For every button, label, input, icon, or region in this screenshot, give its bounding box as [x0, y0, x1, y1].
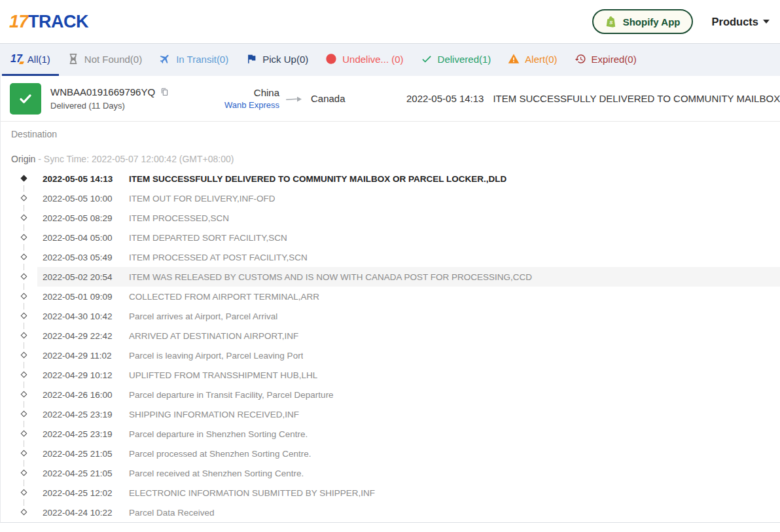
destination-section-label: Destination [1, 128, 780, 140]
timeline-event-row: 2022-04-30 10:42 Parcel arrives at Airpo… [1, 306, 780, 326]
timeline-marker [1, 503, 37, 522]
event-description: SHIPPING INFORMATION RECEIVED,INF [129, 410, 299, 419]
event-datetime: 2022-04-26 16:00 [43, 390, 129, 400]
event-description: ITEM OUT FOR DELIVERY,INF-OFD [129, 194, 275, 204]
diamond-icon [21, 332, 27, 339]
diamond-icon [21, 215, 27, 221]
event-description: ARRIVED AT DESTINATION AIRPORT,INF [129, 331, 298, 341]
header: 17TRACK S Shopify App Products [0, 0, 780, 43]
event-description: COLLECTED FROM AIRPORT TERMINAL,ARR [129, 292, 319, 302]
timeline-marker [1, 385, 37, 404]
event-description: Parcel departure in Transit Facility, Pa… [129, 390, 334, 400]
sync-time: - Sync Time: 2022-05-07 12:00:42 (GMT+08… [38, 154, 234, 164]
products-menu[interactable]: Products [709, 12, 772, 32]
shopify-app-label: Shopify App [623, 16, 681, 27]
timeline-event-row: 2022-05-04 05:00 ITEM DEPARTED SORT FACI… [1, 228, 780, 247]
diamond-icon [21, 431, 27, 437]
package-status: Delivered (11 Days) [50, 101, 214, 111]
latest-event-text: ITEM SUCCESSFULLY DELIVERED TO COMMUNITY… [493, 93, 780, 104]
chevron-down-icon [763, 20, 770, 24]
history-icon [575, 53, 586, 65]
tab-in-transit[interactable]: In Transit(0) [151, 44, 237, 76]
event-datetime: 2022-04-25 23:19 [43, 429, 129, 439]
diamond-icon [21, 293, 27, 300]
diamond-icon [21, 234, 27, 241]
shopify-app-button[interactable]: S Shopify App [592, 9, 694, 34]
timeline-event-row: 2022-05-05 10:00 ITEM OUT FOR DELIVERY,I… [1, 188, 780, 208]
tab-label: Alert(0) [525, 54, 557, 65]
event-datetime: 2022-05-04 05:00 [43, 233, 129, 243]
diamond-icon [21, 254, 27, 260]
timeline-marker [1, 404, 37, 424]
event-description: ITEM DEPARTED SORT FACILITY,SCN [129, 233, 287, 243]
timeline-event-row: 2022-05-03 05:49 ITEM PROCESSED AT POST … [1, 247, 780, 267]
event-datetime: 2022-05-05 14:13 [43, 174, 129, 184]
latest-event: 2022-05-05 14:13 ITEM SUCCESSFULLY DELIV… [406, 93, 780, 104]
timeline-marker [1, 306, 37, 326]
tab-pick-up[interactable]: Pick Up(0) [237, 44, 317, 76]
tab-all[interactable]: 17 All(1) [2, 44, 59, 76]
timeline-event-row: 2022-05-01 09:09 COLLECTED FROM AIRPORT … [1, 287, 780, 306]
timeline-marker [1, 365, 37, 385]
timeline-event-row: 2022-04-25 23:19 SHIPPING INFORMATION RE… [1, 404, 780, 424]
timeline-event-row: 2022-04-29 11:02 Parcel is leaving Airpo… [1, 346, 780, 365]
timeline-event-row: 2022-04-29 10:12 UPLIFTED FROM TRANSSHIP… [1, 365, 780, 385]
sad-face-icon [325, 53, 337, 65]
diamond-icon [21, 509, 27, 516]
tracking-details: Destination Origin - Sync Time: 2022-05-… [1, 122, 780, 522]
tab-undelivered[interactable]: Undelive... (0) [317, 44, 412, 76]
event-datetime: 2022-04-24 10:22 [43, 508, 129, 518]
event-datetime: 2022-04-29 22:42 [43, 331, 129, 341]
tab-label: Pick Up(0) [262, 54, 308, 65]
timeline-event-row: 2022-04-25 12:02 ELECTRONIC INFORMATION … [1, 483, 780, 503]
tab-expired[interactable]: Expired(0) [566, 44, 645, 76]
route-arrow-icon [279, 95, 308, 103]
route: China Wanb Express Canada [214, 87, 406, 110]
event-datetime: 2022-04-29 11:02 [43, 351, 129, 361]
tab-label: Not Found(0) [84, 54, 142, 65]
timeline-event-row: 2022-05-02 20:54 ITEM WAS RELEASED BY CU… [1, 267, 780, 287]
timeline-marker [1, 444, 37, 463]
event-datetime: 2022-05-05 08:29 [43, 213, 129, 223]
tracking-number[interactable]: WNBAA0191669796YQ [50, 86, 155, 98]
event-datetime: 2022-04-30 10:42 [43, 311, 129, 321]
timeline-marker [1, 483, 37, 503]
delivered-check-icon [10, 83, 41, 115]
package-card: WNBAA0191669796YQ Delivered (11 Days) Ch… [0, 76, 780, 523]
carrier-link[interactable]: Wanb Express [214, 100, 279, 110]
event-datetime: 2022-05-02 20:54 [43, 272, 129, 282]
tab-not-found[interactable]: Not Found(0) [59, 44, 151, 76]
timeline-marker [1, 267, 37, 287]
logo-part-17: 17 [9, 12, 28, 31]
event-datetime: 2022-04-25 23:19 [43, 410, 129, 419]
timeline-marker [1, 326, 37, 346]
event-datetime: 2022-05-05 10:00 [43, 194, 129, 204]
17track-logo[interactable]: 17TRACK [9, 12, 88, 32]
event-datetime: 2022-05-03 05:49 [43, 253, 129, 262]
tab-delivered[interactable]: Delivered(1) [412, 44, 500, 76]
event-datetime: 2022-04-25 12:02 [43, 488, 129, 498]
shopify-icon: S [605, 16, 617, 27]
event-datetime: 2022-04-25 21:05 [43, 449, 129, 459]
origin-section-label: Origin [11, 154, 35, 164]
tab-alert[interactable]: Alert(0) [499, 44, 565, 76]
event-description: ITEM SUCCESSFULLY DELIVERED TO COMMUNITY… [129, 174, 506, 184]
copy-icon[interactable] [160, 87, 169, 97]
latest-event-time: 2022-05-05 14:13 [406, 93, 484, 104]
event-description: ITEM PROCESSED,SCN [129, 213, 229, 223]
timeline-marker [1, 188, 37, 208]
timeline-event-row: 2022-04-25 21:05 Parcel processed at She… [1, 444, 780, 463]
plane-icon [159, 53, 171, 65]
timeline-event-row: 2022-05-05 08:29 ITEM PROCESSED,SCN [1, 208, 780, 228]
timeline: 2022-05-05 14:13 ITEM SUCCESSFULLY DELIV… [1, 169, 780, 522]
event-datetime: 2022-04-29 10:12 [43, 370, 129, 380]
timeline-marker [1, 463, 37, 483]
products-label: Products [711, 16, 758, 28]
timeline-event-row: 2022-04-24 10:22 Parcel Data Received [1, 503, 780, 522]
warning-icon [508, 53, 520, 65]
event-description: Parcel departure in Shenzhen Sorting Cen… [129, 429, 308, 439]
package-summary-row: WNBAA0191669796YQ Delivered (11 Days) Ch… [1, 76, 780, 122]
svg-text:S: S [609, 20, 612, 26]
diamond-icon [21, 450, 27, 457]
event-datetime: 2022-05-01 09:09 [43, 292, 129, 302]
